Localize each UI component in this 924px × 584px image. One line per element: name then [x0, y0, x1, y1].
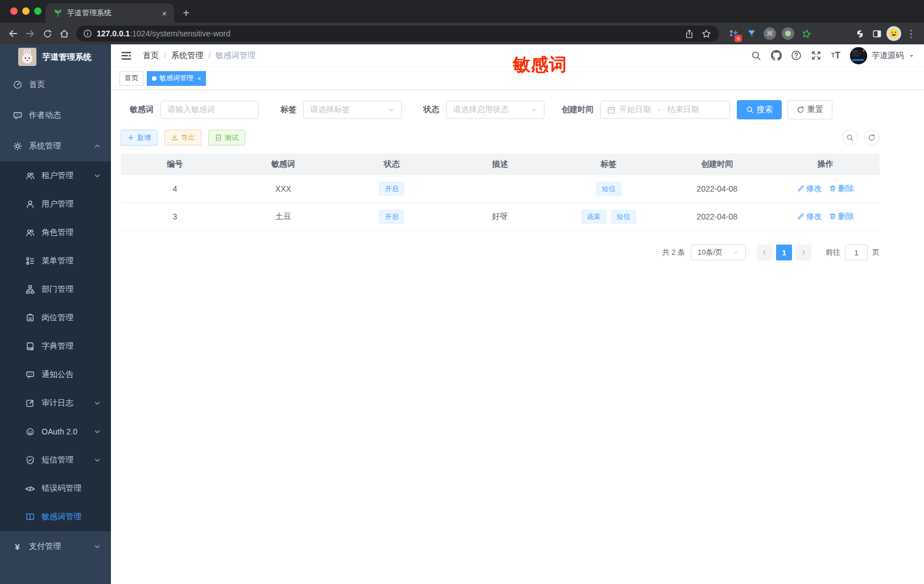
- side-panel-icon[interactable]: [868, 25, 885, 42]
- sidebar-item-16[interactable]: ¥支付管理: [0, 531, 111, 562]
- site-info-icon[interactable]: [83, 29, 92, 38]
- edit-link[interactable]: 修改: [797, 184, 822, 194]
- sidebar-item-label: 审计日志: [42, 398, 73, 408]
- back-icon[interactable]: [5, 25, 22, 42]
- chat-icon: [13, 111, 22, 121]
- fullscreen-icon[interactable]: [810, 50, 822, 61]
- page-size-select[interactable]: 10条/页: [691, 245, 746, 260]
- record-extension-icon[interactable]: [779, 25, 797, 42]
- date-range-picker[interactable]: 开始日期 - 结束日期: [600, 101, 730, 119]
- pin-grid-extension-icon[interactable]: 9: [725, 25, 742, 42]
- cell-description: 好呀: [446, 212, 555, 222]
- sidebar-item-5[interactable]: 角色管理: [0, 218, 111, 247]
- chevron-down-icon: [93, 455, 102, 465]
- edit-link-label: 修改: [806, 184, 822, 194]
- sidebar-item-11[interactable]: 审计日志: [0, 389, 111, 417]
- browser-menu-kebab-icon[interactable]: ⋮: [902, 25, 919, 42]
- search-button-label: 搜索: [757, 105, 773, 115]
- refresh-button[interactable]: [864, 130, 880, 146]
- split-view-extension-icon[interactable]: [834, 25, 851, 42]
- profile-avatar[interactable]: [885, 25, 902, 42]
- status-placeholder: 请选择启用状态: [453, 105, 509, 115]
- tags-view-tab-1[interactable]: 敏感词管理×: [147, 71, 206, 86]
- forward-icon[interactable]: [22, 25, 39, 42]
- breadcrumb-item[interactable]: 首页: [143, 51, 159, 61]
- status-badge[interactable]: 开启: [379, 182, 404, 196]
- tags-view-tab-0[interactable]: 首页: [119, 71, 143, 86]
- chevron-down-icon: [93, 427, 102, 436]
- edit-link[interactable]: 修改: [797, 212, 822, 222]
- cell-id: 3: [121, 212, 229, 221]
- green-star-extension-icon[interactable]: [798, 25, 815, 42]
- sidebar-item-label: 字典管理: [42, 341, 73, 351]
- reset-button[interactable]: 重置: [787, 100, 832, 119]
- sidebar-item-14[interactable]: </>错误码管理: [0, 474, 111, 503]
- add-button[interactable]: 新增: [121, 130, 158, 146]
- keyword-label: 敏感词: [130, 105, 154, 115]
- page-number-button[interactable]: 1: [776, 245, 792, 260]
- command-extension-icon[interactable]: ⌘: [761, 25, 778, 42]
- status-select[interactable]: 请选择启用状态: [446, 101, 544, 119]
- funnel-extension-icon[interactable]: [743, 25, 760, 42]
- sidebar-item-4[interactable]: 用户管理: [0, 190, 111, 218]
- sidebar-item-9[interactable]: 字典管理: [0, 332, 111, 361]
- sidebar-item-0[interactable]: 首页: [0, 69, 111, 100]
- delete-link[interactable]: 删除: [829, 212, 854, 222]
- tag-badge: 短信: [611, 210, 636, 223]
- reload-icon[interactable]: [39, 25, 56, 42]
- app-logo-row[interactable]: 芋道管理系统: [0, 44, 111, 69]
- help-icon[interactable]: [790, 50, 802, 61]
- new-tab-button[interactable]: +: [178, 5, 195, 22]
- font-size-icon[interactable]: TT: [830, 50, 842, 61]
- search-button[interactable]: 搜索: [737, 100, 782, 119]
- sidebar-item-15[interactable]: 敏感词管理: [0, 503, 111, 531]
- sidebar-item-1[interactable]: 作者动态: [0, 100, 111, 131]
- sidebar-item-6[interactable]: 菜单管理: [0, 247, 111, 275]
- cell-word: XXX: [229, 184, 338, 193]
- bookmark-star-icon[interactable]: [698, 25, 715, 42]
- sidebar-item-label: 角色管理: [42, 227, 73, 238]
- url-bar[interactable]: 127.0.0.1:1024/system/sensitive-word: [76, 26, 719, 42]
- browser-tab[interactable]: 芋道管理系统 ×: [46, 3, 174, 23]
- sidebar-item-2[interactable]: 系统管理: [0, 131, 111, 161]
- puzzle-extensions-icon[interactable]: [851, 25, 868, 42]
- tag-select[interactable]: 请选择标签: [303, 101, 402, 119]
- test-button[interactable]: 测试: [208, 130, 245, 146]
- date-end-placeholder: 结束日期: [667, 105, 699, 115]
- goto-page-input[interactable]: 1: [845, 245, 868, 260]
- share-icon[interactable]: [680, 25, 698, 42]
- tab-close-icon[interactable]: ×: [159, 8, 170, 18]
- tag-placeholder: 请选择标签: [310, 105, 350, 115]
- user-menu[interactable]: 芋道源码: [850, 47, 915, 64]
- red-annotation-text: 敏感词: [513, 53, 567, 77]
- keyword-input[interactable]: 请输入敏感词: [160, 101, 259, 119]
- sidebar-item-7[interactable]: 部门管理: [0, 275, 111, 304]
- sidebar-item-8[interactable]: 岗位管理: [0, 304, 111, 332]
- search-icon[interactable]: [750, 50, 762, 61]
- window-close-button[interactable]: [10, 7, 18, 15]
- delete-link[interactable]: 删除: [829, 184, 854, 194]
- github-icon[interactable]: [770, 50, 782, 61]
- home-icon[interactable]: [56, 25, 73, 42]
- export-button[interactable]: 导出: [164, 130, 201, 146]
- pencil-icon: [797, 185, 805, 192]
- breadcrumb-item[interactable]: 系统管理: [171, 51, 203, 61]
- sidebar-item-3[interactable]: 租户管理: [0, 161, 111, 190]
- sidebar-collapse-icon[interactable]: [120, 49, 133, 62]
- sidebar-item-13[interactable]: 短信管理: [0, 446, 111, 474]
- window-zoom-button[interactable]: [34, 7, 42, 15]
- breadcrumb-item: 敏感词管理: [216, 51, 255, 61]
- cell-id: 4: [121, 184, 229, 193]
- sidebar-item-12[interactable]: OAuth 2.0: [0, 417, 111, 446]
- prev-page-button[interactable]: [757, 245, 773, 260]
- search-toggle-button[interactable]: [842, 130, 858, 146]
- next-page-button[interactable]: [795, 245, 811, 260]
- sidebar-item-10[interactable]: 通知公告: [0, 361, 111, 389]
- puzzle-extension-icon[interactable]: [816, 25, 833, 42]
- tab-close-icon[interactable]: ×: [197, 75, 201, 82]
- url-path: :1024/system/sensitive-word: [130, 29, 230, 38]
- window-minimize-button[interactable]: [22, 7, 30, 15]
- dashboard-icon: [13, 80, 22, 90]
- status-badge[interactable]: 开启: [379, 210, 404, 223]
- column-header-5: 创建时间: [663, 159, 772, 169]
